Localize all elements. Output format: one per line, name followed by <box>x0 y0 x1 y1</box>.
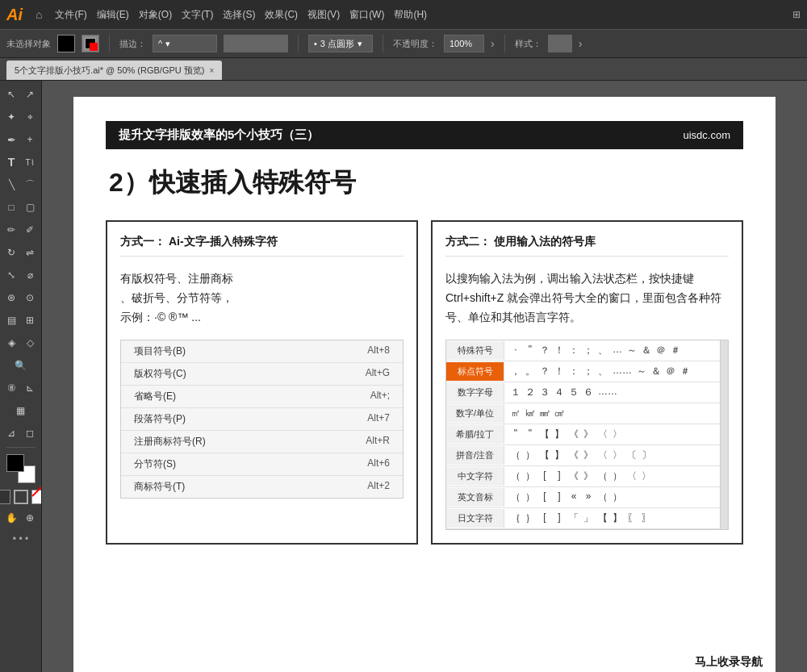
char-cell[interactable]: （ <box>509 469 522 484</box>
menu-view[interactable]: 视图(V) <box>304 6 343 23</box>
char-cell[interactable]: ～ <box>635 364 648 379</box>
char-cell[interactable]: ？ <box>538 364 551 379</box>
char-cell[interactable]: ） <box>611 469 624 484</box>
auto-trace-tool[interactable]: ⊾ <box>22 378 39 399</box>
char-cell[interactable]: （ <box>509 448 522 463</box>
char-cell[interactable]: ㎡ <box>509 406 522 421</box>
char-cell[interactable]: ㎤ <box>553 406 566 421</box>
char-cell[interactable]: （ <box>596 469 609 484</box>
none-indicator[interactable] <box>31 490 43 504</box>
home-icon[interactable]: ⌂ <box>36 8 42 21</box>
char-cell[interactable]: ６ <box>582 385 595 400</box>
char-cell[interactable]: … <box>611 343 624 358</box>
char-cell[interactable]: 〉 <box>640 469 653 484</box>
rounded-rect-tool[interactable]: ▢ <box>22 197 39 218</box>
char-cell[interactable]: 」 <box>582 511 595 526</box>
pen-tool[interactable]: ✒ <box>3 129 20 150</box>
char-cell[interactable]: ㎢ <box>524 406 537 421</box>
slice-tool[interactable]: ⊿ <box>3 423 20 444</box>
char-cell[interactable]: ｛ <box>509 511 522 526</box>
fill-indicator[interactable] <box>0 490 10 504</box>
char-cell[interactable]: 〈 <box>625 469 638 484</box>
gradient-tool[interactable]: ▤ <box>3 310 20 331</box>
char-cell[interactable]: 】 <box>611 511 624 526</box>
magic-wand-tool[interactable]: ✦ <box>3 106 20 127</box>
menu-window[interactable]: 窗口(W) <box>346 6 387 23</box>
shape-builder-tool[interactable]: ◈ <box>3 332 20 353</box>
char-cell[interactable]: ！ <box>553 343 566 358</box>
char-cell[interactable]: ５ <box>567 385 580 400</box>
warp-tool[interactable]: ⊛ <box>3 287 20 308</box>
lasso-tool[interactable]: ⌖ <box>22 106 39 127</box>
stroke-indicator[interactable] <box>14 490 28 504</box>
hand-tool[interactable]: ✋ <box>3 507 20 528</box>
char-cell[interactable]: ＆ <box>650 364 663 379</box>
char-cat-greek[interactable]: 希腊/拉丁 <box>446 425 504 444</box>
char-cat-special[interactable]: 特殊符号 <box>446 341 504 360</box>
eyedropper-tool[interactable]: 🔍 <box>3 355 39 376</box>
menu-edit[interactable]: 编辑(E) <box>94 6 132 23</box>
chart-tool[interactable]: ▦ <box>3 400 39 421</box>
char-cat-unit[interactable]: 数字/单位 <box>446 404 504 423</box>
char-cat-punct[interactable]: 标点符号 <box>446 362 504 381</box>
stroke-color-box[interactable] <box>82 35 99 52</box>
blend-tool[interactable]: ⑧ <box>3 378 20 399</box>
style-box[interactable] <box>548 35 572 52</box>
char-cell[interactable]: ＃ <box>679 364 692 379</box>
char-cell[interactable]: ３ <box>538 385 551 400</box>
char-cell[interactable]: ～ <box>625 343 638 358</box>
scale-tool[interactable]: ⤡ <box>3 265 20 286</box>
char-cell[interactable]: ㎣ <box>538 406 551 421</box>
more-tools-button[interactable]: • • • <box>10 530 31 548</box>
char-cell[interactable]: ２ <box>524 385 537 400</box>
style-arrow[interactable]: › <box>579 37 583 50</box>
char-cell[interactable]: ] <box>553 490 566 505</box>
menu-file[interactable]: 文件(F) <box>52 6 90 23</box>
char-cat-number[interactable]: 数字字母 <box>446 383 504 402</box>
blob-brush-tool[interactable]: ✐ <box>22 219 39 240</box>
char-cell[interactable]: 】 <box>553 448 566 463</box>
menu-row-section[interactable]: 分节符(S) Alt+6 <box>121 453 403 476</box>
char-cell[interactable]: 】 <box>553 427 566 442</box>
char-cell[interactable]: （ <box>509 490 522 505</box>
char-cell[interactable]: ？ <box>538 343 551 358</box>
char-cell[interactable]: 〗 <box>640 511 653 526</box>
char-panel-scrollbar[interactable] <box>720 340 728 529</box>
paintbrush-tool[interactable]: ✏ <box>3 219 20 240</box>
char-cell[interactable]: » <box>582 490 595 505</box>
live-paint-tool[interactable]: ◇ <box>22 332 39 353</box>
type-tool[interactable]: T <box>3 152 20 173</box>
char-cell[interactable]: ｝ <box>524 511 537 526</box>
menu-row-bullet[interactable]: 项目符号(B) Alt+8 <box>121 340 403 363</box>
opacity-value[interactable]: 100% <box>444 35 484 52</box>
char-cell[interactable]: 》 <box>582 427 595 442</box>
menu-text[interactable]: 文字(T) <box>178 6 216 23</box>
char-cell[interactable]: ： <box>567 343 580 358</box>
char-cell[interactable]: [ <box>538 469 551 484</box>
layout-icon[interactable]: ⊞ <box>792 9 801 20</box>
fill-swatch[interactable] <box>57 35 75 52</box>
char-cell[interactable]: 》 <box>582 448 595 463</box>
char-cell[interactable]: 【 <box>538 427 551 442</box>
area-type-tool[interactable]: T⌇ <box>22 152 39 173</box>
char-cell[interactable]: ） <box>524 448 537 463</box>
direct-select-tool[interactable]: ↗ <box>22 84 39 105</box>
width-tool[interactable]: ⊙ <box>22 287 39 308</box>
char-cat-english[interactable]: 英文音标 <box>446 488 504 507</box>
char-cell[interactable]: 《 <box>567 469 580 484</box>
menu-row-registered[interactable]: 注册商标符号(R) Alt+R <box>121 431 403 453</box>
menu-object[interactable]: 对象(O) <box>136 6 175 23</box>
zoom-tool[interactable]: ⊕ <box>22 507 39 528</box>
char-cell[interactable]: 〈 <box>596 427 609 442</box>
char-cat-japanese[interactable]: 日文字符 <box>446 509 504 528</box>
eraser-tool[interactable]: ◻ <box>22 423 39 444</box>
char-cell[interactable]: 〈 <box>596 448 609 463</box>
char-cat-pinyin[interactable]: 拼音/注音 <box>446 446 504 465</box>
menu-row-para[interactable]: 段落符号(P) Alt+7 <box>121 408 403 431</box>
char-cell[interactable]: ） <box>524 469 537 484</box>
stroke-dropdown[interactable]: ^ ▾ <box>153 35 217 52</box>
char-cell[interactable]: 》 <box>582 469 595 484</box>
rotate-tool[interactable]: ↻ <box>3 242 20 263</box>
char-cell[interactable]: ： <box>567 364 580 379</box>
char-cell[interactable]: 。 <box>524 364 537 379</box>
